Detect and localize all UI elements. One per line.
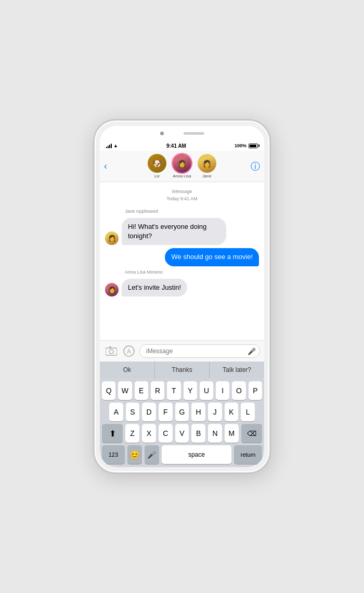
key-p[interactable]: P bbox=[249, 381, 262, 400]
phone-screen: ▲ 9:41 AM 100% ‹ 🐶 Liz bbox=[100, 126, 264, 467]
emoji-key[interactable]: 😊 bbox=[127, 445, 142, 464]
delete-key[interactable]: ⌫ bbox=[241, 424, 262, 443]
key-k[interactable]: K bbox=[225, 403, 239, 421]
avatar-item-jane[interactable]: 👩 Jane bbox=[198, 154, 216, 178]
sender-label-jane: Jane Appleseed bbox=[125, 209, 259, 214]
back-button[interactable]: ‹ bbox=[104, 161, 116, 172]
pred-thanks[interactable]: Thanks bbox=[155, 362, 210, 378]
status-time: 9:41 AM bbox=[166, 143, 186, 149]
key-z[interactable]: Z bbox=[125, 424, 139, 443]
input-bar: A 🎤 bbox=[100, 340, 264, 362]
apps-icon: A bbox=[123, 345, 135, 357]
phone-frame: ▲ 9:41 AM 100% ‹ 🐶 Liz bbox=[94, 120, 270, 473]
key-r[interactable]: R bbox=[151, 381, 164, 400]
wifi-icon: ▲ bbox=[113, 143, 118, 148]
battery-pct-label: 100% bbox=[235, 143, 246, 148]
imessage-time: Today 9:41 AM bbox=[105, 196, 259, 203]
key-h[interactable]: H bbox=[191, 403, 205, 421]
avatar-jane: 👩 bbox=[198, 154, 216, 173]
svg-point-1 bbox=[109, 350, 113, 354]
front-camera bbox=[160, 132, 164, 135]
sender-label-anna: Anna Lisa Moreno bbox=[125, 269, 259, 275]
bubble-2: We should go see a movie! bbox=[165, 248, 259, 266]
key-l[interactable]: L bbox=[241, 403, 255, 421]
key-o[interactable]: O bbox=[232, 381, 245, 400]
return-key[interactable]: return bbox=[234, 445, 262, 464]
key-v[interactable]: V bbox=[175, 424, 189, 443]
participants-bar: 🐶 Liz 👩 Anna Lisa 👩 Jane bbox=[116, 154, 248, 178]
avatar-jane-name: Jane bbox=[202, 174, 211, 178]
key-x[interactable]: X bbox=[142, 424, 156, 443]
message-input[interactable] bbox=[139, 344, 260, 358]
keyboard-mic-key[interactable]: 🎤 bbox=[145, 445, 159, 464]
key-u[interactable]: U bbox=[200, 381, 213, 400]
keyboard-row-3: ⬆ Z X C V B N M ⌫ bbox=[102, 424, 262, 443]
message-row-1: 👩 Hi! What's everyone doing tonight? bbox=[105, 218, 259, 245]
status-right: 100% bbox=[235, 143, 258, 148]
avatar-liz-img: 🐶 bbox=[148, 154, 166, 173]
key-i[interactable]: I bbox=[216, 381, 229, 400]
key-g[interactable]: G bbox=[175, 403, 189, 421]
mic-button[interactable]: 🎤 bbox=[248, 347, 256, 355]
nav-bar: ‹ 🐶 Liz 👩 Anna Lisa bbox=[100, 151, 264, 182]
svg-rect-2 bbox=[109, 346, 111, 348]
avatar-liz: 🐶 bbox=[148, 154, 166, 173]
msg-avatar-anna: 👩 bbox=[105, 283, 119, 296]
key-a[interactable]: A bbox=[109, 403, 123, 421]
message-row-3: 👩 Let's invite Justin! bbox=[105, 279, 259, 296]
signal-icon bbox=[106, 144, 112, 148]
avatar-anna-name: Anna Lisa bbox=[173, 174, 191, 178]
svg-text:A: A bbox=[127, 348, 131, 355]
battery-icon bbox=[249, 144, 258, 148]
space-key[interactable]: space bbox=[162, 445, 232, 464]
keyboard-row-1: Q W E R T Y U I O P bbox=[102, 381, 262, 400]
message-input-wrapper[interactable]: 🎤 bbox=[139, 344, 260, 358]
key-t[interactable]: T bbox=[167, 381, 180, 400]
battery-fill bbox=[250, 145, 256, 147]
key-q[interactable]: Q bbox=[102, 381, 115, 400]
avatar-anna-img: 👩 bbox=[173, 154, 191, 173]
info-button[interactable]: ⓘ bbox=[248, 160, 260, 173]
imessage-header: iMessage Today 9:41 AM bbox=[105, 188, 259, 202]
speaker-grill bbox=[184, 132, 204, 135]
avatar-liz-name: Liz bbox=[154, 174, 160, 178]
bubble-1: Hi! What's everyone doing tonight? bbox=[122, 218, 226, 245]
message-row-2: We should go see a movie! bbox=[105, 248, 259, 266]
shift-key[interactable]: ⬆ bbox=[102, 424, 123, 443]
imessage-label: iMessage bbox=[105, 188, 259, 196]
avatar-jane-img: 👩 bbox=[198, 154, 216, 173]
key-n[interactable]: N bbox=[208, 424, 222, 443]
avatar-anna: 👩 bbox=[173, 154, 191, 173]
keyboard: Q W E R T Y U I O P A S D F G H J K bbox=[100, 378, 264, 467]
key-y[interactable]: Y bbox=[184, 381, 197, 400]
avatar-item-liz[interactable]: 🐶 Liz bbox=[148, 154, 166, 178]
predictive-bar: Ok Thanks Talk later? bbox=[100, 362, 264, 378]
key-c[interactable]: C bbox=[159, 424, 173, 443]
pred-talk-later[interactable]: Talk later? bbox=[210, 362, 264, 378]
key-f[interactable]: F bbox=[159, 403, 173, 421]
key-b[interactable]: B bbox=[191, 424, 205, 443]
keyboard-row-2: A S D F G H J K L bbox=[102, 403, 262, 421]
key-m[interactable]: M bbox=[225, 424, 239, 443]
key-s[interactable]: S bbox=[126, 403, 140, 421]
camera-button[interactable] bbox=[104, 344, 119, 358]
svg-rect-0 bbox=[106, 348, 117, 355]
notch-bar bbox=[100, 126, 264, 140]
key-j[interactable]: J bbox=[208, 403, 222, 421]
bubble-3: Let's invite Justin! bbox=[122, 279, 187, 296]
apps-button[interactable]: A bbox=[122, 344, 136, 358]
status-left: ▲ bbox=[106, 143, 118, 148]
key-e[interactable]: E bbox=[135, 381, 148, 400]
keyboard-bottom-row: 123 😊 🎤 space return bbox=[102, 445, 262, 464]
key-d[interactable]: D bbox=[142, 403, 156, 421]
messages-area: iMessage Today 9:41 AM Jane Appleseed 👩 … bbox=[100, 182, 264, 340]
pred-ok[interactable]: Ok bbox=[100, 362, 155, 378]
number-key[interactable]: 123 bbox=[102, 445, 125, 464]
key-w[interactable]: W bbox=[118, 381, 132, 400]
status-bar: ▲ 9:41 AM 100% bbox=[100, 140, 264, 151]
msg-avatar-jane: 👩 bbox=[105, 231, 119, 245]
camera-icon bbox=[106, 346, 117, 356]
avatar-item-anna[interactable]: 👩 Anna Lisa bbox=[173, 154, 191, 178]
